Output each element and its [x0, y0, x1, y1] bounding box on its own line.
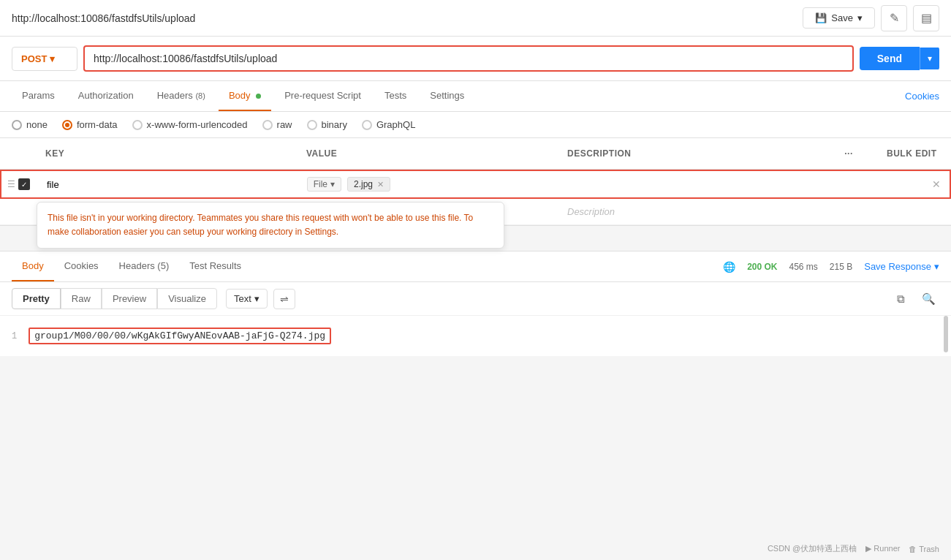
description-cell: [558, 178, 818, 190]
response-tab-body-label: Body: [22, 260, 44, 271]
send-main-button[interactable]: Send: [860, 47, 920, 70]
format-tab-pretty[interactable]: Pretty: [12, 288, 61, 309]
table-header: KEY VALUE DESCRIPTION ··· Bulk Edit: [0, 138, 951, 170]
format-tabs: Pretty Raw Preview Visualize: [12, 288, 217, 309]
tab-settings[interactable]: Settings: [420, 81, 474, 111]
request-bar: POST ▾ Send ▾: [0, 37, 951, 81]
save-response-label: Save Response: [864, 261, 931, 272]
response-tab-test-results-label: Test Results: [189, 260, 241, 271]
response-time: 456 ms: [789, 262, 818, 272]
copy-icon[interactable]: ⧉: [890, 289, 912, 309]
response-tab-headers-label: Headers (5): [119, 260, 170, 271]
method-select[interactable]: POST ▾: [12, 47, 77, 71]
response-tab-test-results[interactable]: Test Results: [179, 251, 251, 281]
format-tab-preview[interactable]: Preview: [102, 288, 157, 309]
headers-badge: (8): [195, 91, 205, 100]
th-more: ···: [819, 144, 878, 163]
response-line-1-value: group1/M00/00/00/wKgAkGIfGwyANEovAAB-jaF…: [29, 328, 331, 344]
row-delete-icon[interactable]: ✕: [932, 178, 941, 190]
body-type-raw-label: raw: [277, 119, 292, 130]
save-response-chevron: ▾: [934, 261, 939, 272]
body-type-graphql-label: GraphQL: [376, 119, 415, 130]
cookies-link[interactable]: Cookies: [905, 91, 939, 102]
drag-icon[interactable]: ☰: [7, 179, 15, 189]
scrollbar-thumb: [944, 316, 948, 352]
row-checkbox[interactable]: ✓: [18, 178, 30, 190]
body-active-dot: [256, 94, 261, 99]
text-type-label: Text: [234, 293, 251, 304]
format-tab-raw[interactable]: Raw: [61, 288, 102, 309]
th-controls: [0, 144, 37, 163]
wrap-icon[interactable]: ⇌: [273, 289, 295, 309]
response-tab-body[interactable]: Body: [12, 251, 54, 281]
url-input[interactable]: [83, 45, 854, 72]
row-delete-cell: ✕: [876, 173, 950, 196]
body-type-binary[interactable]: binary: [307, 119, 347, 130]
edit-icon: ✎: [890, 11, 899, 25]
tab-tests[interactable]: Tests: [374, 81, 417, 111]
response-size: 215 B: [830, 262, 852, 272]
body-type-raw[interactable]: raw: [262, 119, 292, 130]
key-input[interactable]: [47, 179, 289, 190]
warning-tooltip: This file isn't in your working director…: [37, 202, 504, 249]
body-type-urlencoded-label: x-www-form-urlencoded: [147, 119, 248, 130]
file-remove-icon[interactable]: ✕: [377, 180, 384, 189]
response-tabs-left: Body Cookies Headers (5) Test Results: [12, 251, 251, 281]
body-type-urlencoded[interactable]: x-www-form-urlencoded: [132, 119, 248, 130]
page-title: http://localhost:10086/fastdfsUtils/uplo…: [12, 12, 195, 24]
body-type-none-label: none: [26, 119, 48, 130]
th-key: KEY: [37, 144, 298, 163]
text-type-chevron: ▾: [254, 293, 259, 304]
tab-settings-label: Settings: [430, 90, 464, 101]
tabs-left: Params Authorization Headers (8) Body Pr…: [12, 81, 474, 111]
status-ok: 200 OK: [747, 262, 777, 272]
wrap-icon-symbol: ⇌: [280, 293, 289, 305]
response-tab-headers[interactable]: Headers (5): [109, 251, 180, 281]
save-button[interactable]: 💾 Save ▾: [803, 7, 875, 29]
tab-headers[interactable]: Headers (8): [147, 81, 216, 111]
send-dropdown-button[interactable]: ▾: [920, 48, 939, 69]
save-dropdown-icon: ▾: [857, 12, 863, 23]
response-status-bar: 🌐 200 OK 456 ms 215 B Save Response ▾: [723, 261, 939, 273]
text-type-select[interactable]: Text ▾: [226, 289, 268, 309]
edit-button[interactable]: ✎: [881, 5, 907, 31]
row-controls: ☰ ✓: [1, 173, 38, 196]
warning-text: This file isn't in your working director…: [48, 213, 473, 237]
radio-raw-circle: [262, 120, 273, 130]
tab-authorization-label: Authorization: [78, 90, 134, 101]
th-value: VALUE: [298, 144, 558, 163]
body-type-form-data[interactable]: form-data: [62, 119, 118, 130]
method-value: POST: [21, 53, 47, 64]
body-type-none[interactable]: none: [12, 119, 48, 130]
search-icon[interactable]: 🔍: [917, 289, 939, 309]
tab-params[interactable]: Params: [12, 81, 65, 111]
tab-authorization[interactable]: Authorization: [68, 81, 144, 111]
radio-urlencoded-circle: [132, 120, 143, 130]
key-cell: [38, 173, 298, 196]
top-bar: http://localhost:10086/fastdfsUtils/uplo…: [0, 0, 951, 37]
save-label: Save: [831, 12, 853, 23]
body-type-graphql[interactable]: GraphQL: [362, 119, 415, 130]
save-response-button[interactable]: Save Response ▾: [864, 261, 939, 272]
body-type-form-data-label: form-data: [77, 119, 118, 130]
radio-binary-circle: [307, 120, 317, 130]
file-type-badge[interactable]: File ▾: [307, 177, 341, 192]
response-tab-cookies-label: Cookies: [64, 260, 99, 271]
tab-params-label: Params: [22, 90, 55, 101]
save-icon: 💾: [815, 12, 827, 23]
response-tab-cookies[interactable]: Cookies: [54, 251, 109, 281]
response-body: 1 group1/M00/00/00/wKgAkGIfGwyANEovAAB-j…: [0, 316, 951, 356]
format-right-icons: ⧉ 🔍: [890, 289, 939, 309]
description-placeholder: Description: [558, 199, 819, 224]
tab-pre-request[interactable]: Pre-request Script: [274, 81, 371, 111]
globe-icon: 🌐: [723, 261, 735, 273]
tab-pre-request-label: Pre-request Script: [284, 90, 361, 101]
format-bar: Pretty Raw Preview Visualize Text ▾ ⇌ ⧉ …: [0, 282, 951, 316]
format-tab-visualize[interactable]: Visualize: [157, 288, 217, 309]
body-type-binary-label: binary: [322, 119, 347, 130]
body-type-bar: none form-data x-www-form-urlencoded raw…: [0, 112, 951, 138]
watermark-text: CSDN @伏加特遇上西柚: [768, 543, 857, 554]
th-bulk-edit[interactable]: Bulk Edit: [878, 144, 951, 163]
notes-button[interactable]: ▤: [913, 5, 939, 31]
tab-body[interactable]: Body: [219, 81, 271, 111]
